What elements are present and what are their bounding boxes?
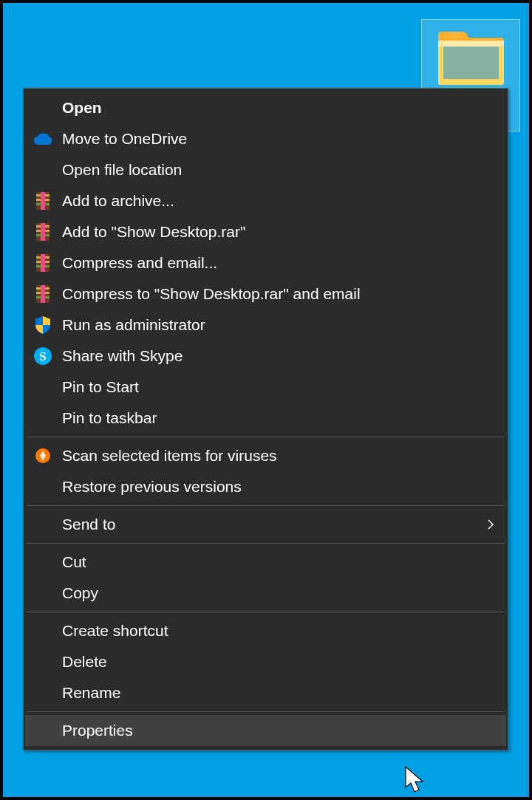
menu-label: Restore previous versions xyxy=(62,478,497,496)
menu-item-open-file-location[interactable]: Open file location xyxy=(25,154,506,185)
menu-label: Cut xyxy=(62,553,497,571)
menu-label: Pin to taskbar xyxy=(62,409,497,427)
menu-separator xyxy=(27,437,505,437)
menu-label: Add to archive... xyxy=(62,192,497,210)
menu-label: Delete xyxy=(62,653,497,671)
menu-icon-empty xyxy=(28,719,58,742)
menu-label: Copy xyxy=(62,584,497,602)
winrar-icon xyxy=(28,220,58,244)
menu-item-scan-virus[interactable]: Scan selected items for viruses xyxy=(25,440,506,471)
menu-item-rename[interactable]: Rename xyxy=(25,677,506,708)
menu-item-move-onedrive[interactable]: Move to OneDrive xyxy=(25,123,506,154)
menu-label: Properties xyxy=(62,722,497,739)
winrar-icon xyxy=(28,189,58,213)
menu-item-pin-start[interactable]: Pin to Start xyxy=(25,372,506,403)
menu-icon-empty xyxy=(28,406,58,430)
menu-separator xyxy=(27,543,505,544)
menu-icon-empty xyxy=(28,581,58,605)
svg-rect-22 xyxy=(41,285,45,303)
winrar-icon xyxy=(28,282,58,306)
context-menu: Open Move to OneDrive Open file location xyxy=(23,88,508,751)
menu-label: Create shortcut xyxy=(62,622,497,640)
menu-icon-empty xyxy=(28,475,58,499)
svg-rect-17 xyxy=(41,254,45,272)
menu-item-add-rar[interactable]: Add to "Show Desktop.rar" xyxy=(25,216,506,247)
desktop-background: Open Move to OneDrive Open file location xyxy=(3,3,529,797)
menu-item-send-to[interactable]: Send to xyxy=(25,509,506,540)
menu-label: Run as administrator xyxy=(62,316,497,334)
menu-item-pin-taskbar[interactable]: Pin to taskbar xyxy=(25,403,506,434)
menu-separator xyxy=(27,711,505,712)
menu-item-create-shortcut[interactable]: Create shortcut xyxy=(25,615,506,646)
menu-icon-empty xyxy=(28,619,58,643)
svg-rect-12 xyxy=(41,223,45,241)
menu-icon-empty xyxy=(28,550,58,574)
shield-icon xyxy=(28,313,58,337)
menu-icon-empty xyxy=(28,158,58,182)
menu-item-copy[interactable]: Copy xyxy=(25,578,506,609)
menu-item-compress-rar-email[interactable]: Compress to "Show Desktop.rar" and email xyxy=(25,278,506,310)
menu-icon-empty xyxy=(28,650,58,674)
menu-item-run-admin[interactable]: Run as administrator xyxy=(25,310,506,341)
svg-rect-2 xyxy=(443,47,499,79)
menu-icon-empty xyxy=(28,513,58,536)
menu-label: Compress to "Show Desktop.rar" and email xyxy=(62,285,497,303)
menu-separator xyxy=(27,505,505,506)
menu-item-cut[interactable]: Cut xyxy=(25,547,506,578)
menu-label: Open xyxy=(62,99,497,117)
menu-item-restore-previous[interactable]: Restore previous versions xyxy=(25,471,506,502)
menu-icon-empty xyxy=(28,681,58,705)
menu-item-share-skype[interactable]: S Share with Skype xyxy=(25,341,506,372)
avast-icon xyxy=(28,444,58,468)
menu-label: Share with Skype xyxy=(62,347,497,365)
menu-label: Move to OneDrive xyxy=(62,130,497,148)
onedrive-icon xyxy=(28,127,58,151)
menu-icon-empty xyxy=(28,375,58,399)
menu-label: Scan selected items for viruses xyxy=(62,447,497,465)
menu-label: Open file location xyxy=(62,161,497,179)
menu-label: Rename xyxy=(62,684,497,702)
menu-separator xyxy=(27,612,505,612)
menu-label: Pin to Start xyxy=(62,378,497,396)
menu-icon-empty xyxy=(28,96,58,120)
menu-item-compress-email[interactable]: Compress and email... xyxy=(25,247,506,278)
menu-label: Send to xyxy=(62,516,484,533)
menu-item-open[interactable]: Open xyxy=(25,92,506,123)
menu-label: Compress and email... xyxy=(62,254,497,272)
mouse-cursor-icon xyxy=(404,765,428,795)
chevron-right-icon xyxy=(484,519,497,530)
skype-icon: S xyxy=(28,344,58,368)
menu-item-properties[interactable]: Properties xyxy=(25,715,506,746)
menu-item-delete[interactable]: Delete xyxy=(25,646,506,677)
svg-text:S: S xyxy=(39,349,46,363)
svg-rect-7 xyxy=(41,192,45,210)
svg-rect-1 xyxy=(438,41,504,47)
folder-icon xyxy=(436,30,505,88)
menu-item-add-archive[interactable]: Add to archive... xyxy=(25,185,506,216)
menu-label: Add to "Show Desktop.rar" xyxy=(62,223,497,241)
winrar-icon xyxy=(28,251,58,275)
